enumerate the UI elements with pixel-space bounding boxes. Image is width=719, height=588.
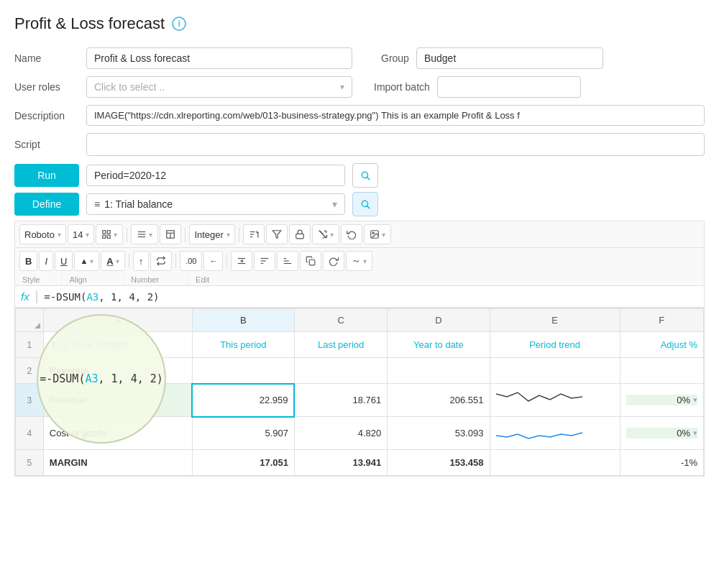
paint-button[interactable]: ▾ <box>312 224 339 244</box>
cell-1e[interactable]: Period trend <box>490 332 620 358</box>
col-header-f[interactable]: F <box>620 309 703 332</box>
name-input[interactable] <box>86 47 352 69</box>
decimal-down-button[interactable]: ← <box>203 251 223 271</box>
redo-button[interactable] <box>323 251 344 271</box>
cell-3f[interactable]: 0% ▾ <box>620 384 703 417</box>
description-input[interactable]: IMAGE("https://cdn.xlreporting.com/web/0… <box>86 105 705 126</box>
import-batch-input[interactable] <box>437 76 581 98</box>
cell-5a[interactable]: MARGIN <box>43 450 192 476</box>
adjust-4f[interactable]: 0% ▾ <box>626 428 697 438</box>
script-label: Script <box>14 139 79 150</box>
user-roles-select[interactable]: Click to select .. ▾ <box>86 76 352 98</box>
adjust-4f-arrow: ▾ <box>693 428 697 438</box>
define-search-button[interactable] <box>352 192 378 216</box>
sort-button[interactable] <box>243 224 265 244</box>
formula-display: =-DSUM(A3, 1, 4, 2) <box>44 291 159 303</box>
run-row: Run <box>14 163 705 188</box>
define-button[interactable]: Define <box>14 193 79 216</box>
font-size-select[interactable]: 14 ▾ <box>68 224 94 244</box>
define-select-text: 1: Trial balance <box>104 198 173 210</box>
cell-3c[interactable]: 18.761 <box>294 384 387 417</box>
cell-5f[interactable]: -1% <box>620 450 703 476</box>
page-container: Profit & Loss forecast i Name Group User… <box>0 0 719 477</box>
grid-button[interactable]: ▾ <box>96 224 123 244</box>
cell-1c[interactable]: Last period <box>294 332 387 358</box>
trend-chart-3 <box>496 388 582 410</box>
svg-rect-6 <box>103 235 106 238</box>
page-title-row: Profit & Loss forecast i <box>14 14 705 33</box>
cell-3b[interactable]: 22.959 <box>192 384 294 417</box>
underline-button[interactable]: U <box>55 251 73 271</box>
align-button[interactable]: ▾ <box>131 224 158 244</box>
corner-cell <box>16 309 44 332</box>
define-select[interactable]: ≡ 1: Trial balance ▾ <box>86 193 345 215</box>
svg-rect-7 <box>108 235 111 238</box>
italic-button[interactable]: I <box>39 251 53 271</box>
description-row: Description IMAGE("https://cdn.xlreporti… <box>14 105 705 126</box>
col-header-b[interactable]: B <box>192 309 294 332</box>
sep-1 <box>127 227 127 242</box>
sort-icon <box>249 229 259 239</box>
format-select[interactable]: Integer ▾ <box>189 224 234 244</box>
wrap-button[interactable] <box>150 251 172 271</box>
search-icon <box>360 170 370 181</box>
undo-icon <box>347 229 357 239</box>
cell-2c <box>294 358 387 384</box>
user-roles-row: User roles Click to select .. ▾ Import b… <box>14 76 705 98</box>
svg-marker-18 <box>273 231 281 239</box>
name-row: Name Group <box>14 47 705 69</box>
sort-desc-button[interactable] <box>277 251 298 271</box>
import-section: Import batch <box>374 76 581 98</box>
font-color-button[interactable]: A ▾ <box>101 251 124 271</box>
table-button[interactable] <box>160 224 181 244</box>
align-arrow: ▾ <box>149 231 152 239</box>
font-select[interactable]: Roboto ▾ <box>19 224 66 244</box>
user-roles-label: User roles <box>14 81 79 93</box>
cell-5d[interactable]: 153.458 <box>388 450 490 476</box>
group-input[interactable] <box>416 47 603 69</box>
cell-4c[interactable]: 4.820 <box>294 417 387 450</box>
cell-4b[interactable]: 5.907 <box>192 417 294 450</box>
cell-1b[interactable]: This period <box>192 332 294 358</box>
cell-4f[interactable]: 0% ▾ <box>620 417 703 450</box>
move-up-button[interactable]: ↑ <box>133 251 150 271</box>
script-row: Script <box>14 133 705 156</box>
info-icon[interactable]: i <box>172 17 186 31</box>
script-input[interactable] <box>86 133 705 156</box>
table-icon <box>165 229 175 239</box>
cell-1d[interactable]: Year to date <box>388 332 490 358</box>
cell-2f <box>620 358 703 384</box>
col-header-c[interactable]: C <box>294 309 387 332</box>
circle-formula-text: =-DSUM(A3, 1, 4, 2) <box>40 372 163 385</box>
filter-button[interactable] <box>266 224 288 244</box>
indent-button[interactable] <box>231 251 252 271</box>
cell-5b[interactable]: 17.051 <box>192 450 294 476</box>
decimal-up-button[interactable]: .00 <box>180 251 202 271</box>
font-color-arrow: ▾ <box>116 257 119 265</box>
font-dropdown-arrow: ▾ <box>58 231 61 239</box>
page-title: Profit & Loss forecast <box>14 14 165 33</box>
copy-format-button[interactable] <box>300 251 321 271</box>
run-button[interactable]: Run <box>14 164 79 187</box>
cell-1f[interactable]: Adjust % <box>620 332 703 358</box>
run-params-input[interactable] <box>86 165 345 186</box>
circle-a3: A3 <box>85 372 98 385</box>
cell-3d[interactable]: 206.551 <box>388 384 490 417</box>
col-header-d[interactable]: D <box>388 309 490 332</box>
adjust-3f[interactable]: 0% ▾ <box>626 395 697 405</box>
svg-rect-4 <box>103 231 106 234</box>
cell-5c[interactable]: 13.941 <box>294 450 387 476</box>
filter-icon <box>272 229 282 239</box>
sort-asc-button[interactable] <box>254 251 275 271</box>
paint-icon <box>318 229 328 239</box>
image-button[interactable]: ▾ <box>364 224 391 244</box>
run-search-button[interactable] <box>352 163 378 188</box>
col-header-e[interactable]: E <box>490 309 620 332</box>
bg-color-button[interactable]: ▲ ▾ <box>74 251 99 271</box>
trend-button[interactable]: ～ ▾ <box>346 251 372 271</box>
undo-button[interactable] <box>341 224 362 244</box>
sep-t2-2 <box>175 254 176 268</box>
lock-button[interactable] <box>289 224 311 244</box>
cell-4d[interactable]: 53.093 <box>388 417 490 450</box>
bold-button[interactable]: B <box>19 251 37 271</box>
